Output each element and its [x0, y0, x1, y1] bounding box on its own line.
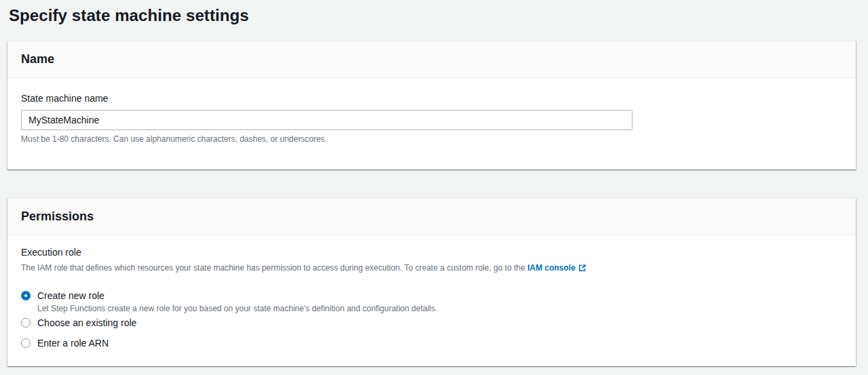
- radio-option-enter-role-arn[interactable]: Enter a role ARN: [21, 336, 842, 350]
- name-section-card: Name State machine name Must be 1-80 cha…: [7, 41, 856, 170]
- radio-option-label[interactable]: Create new role: [37, 289, 105, 302]
- name-section-body: State machine name Must be 1-80 characte…: [7, 78, 856, 170]
- permissions-section-card: Permissions Execution role The IAM role …: [7, 198, 856, 366]
- radio-option-create-new-role[interactable]: Create new role: [21, 289, 842, 302]
- radio-option-label[interactable]: Enter a role ARN: [37, 336, 109, 350]
- external-link-icon: [578, 264, 586, 275]
- radio-button[interactable]: [21, 291, 31, 300]
- execution-role-label: Execution role: [21, 245, 842, 259]
- radio-button[interactable]: [21, 338, 31, 348]
- permissions-section-header: Permissions: [7, 199, 856, 235]
- iam-console-link-label: IAM console: [527, 263, 575, 273]
- execution-role-options: Create new role Let Step Functions creat…: [21, 289, 842, 350]
- radio-option-choose-existing-role[interactable]: Choose an existing role: [21, 316, 842, 330]
- state-machine-name-label: State machine name: [21, 92, 842, 105]
- radio-button[interactable]: [21, 318, 31, 328]
- name-section-header: Name: [7, 41, 856, 78]
- radio-option-description: Let Step Functions create a new role for…: [37, 303, 842, 314]
- execution-role-description-text: The IAM role that defines which resource…: [21, 263, 527, 273]
- name-section-title: Name: [21, 52, 54, 66]
- permissions-section-title: Permissions: [21, 210, 94, 224]
- page-title: Specify state machine settings: [9, 5, 868, 26]
- state-machine-name-input[interactable]: [21, 110, 633, 130]
- iam-console-link[interactable]: IAM console: [527, 263, 586, 273]
- execution-role-description: The IAM role that defines which resource…: [21, 262, 842, 275]
- permissions-section-body: Execution role The IAM role that defines…: [7, 235, 856, 366]
- state-machine-name-hint: Must be 1-80 characters. Can use alphanu…: [21, 134, 842, 144]
- radio-option-label[interactable]: Choose an existing role: [37, 316, 136, 330]
